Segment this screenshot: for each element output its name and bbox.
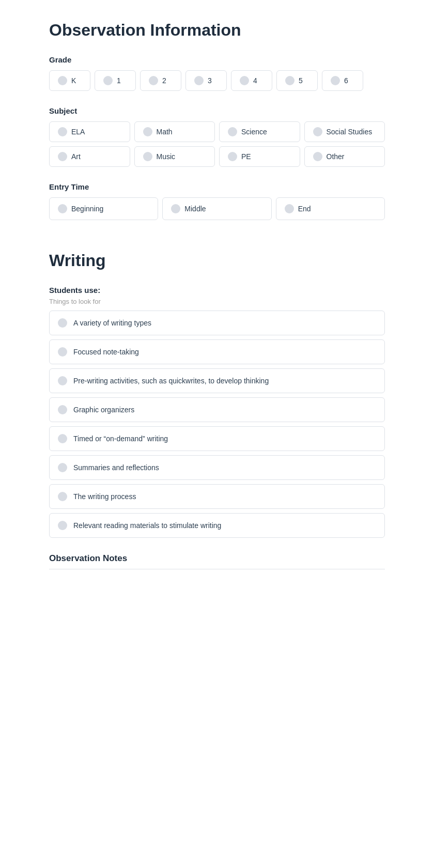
subject-option-label: Art: [71, 152, 81, 161]
subject-option-label: Science: [241, 128, 267, 136]
radio-circle: [58, 204, 67, 213]
writing-checklist: A variety of writing types Focused note-…: [49, 311, 385, 538]
radio-circle: [313, 127, 322, 136]
grade-option-k[interactable]: K: [49, 70, 90, 91]
subject-label: Subject: [49, 106, 385, 115]
radio-circle: [240, 76, 249, 85]
check-circle: [58, 405, 67, 414]
checklist-item-label: Focused note-taking: [73, 348, 139, 356]
checklist-item-label: A variety of writing types: [73, 319, 151, 327]
entry-option-label: Middle: [184, 205, 206, 213]
radio-circle: [228, 127, 237, 136]
grade-option-5[interactable]: 5: [276, 70, 318, 91]
checklist-item-5[interactable]: Summaries and reflections: [49, 455, 385, 480]
entry-option-middle[interactable]: Middle: [162, 197, 271, 220]
radio-circle: [331, 76, 340, 85]
subject-option-music[interactable]: Music: [134, 146, 215, 167]
subject-field: Subject ELA Math Science Social Studies …: [49, 106, 385, 167]
radio-circle: [58, 76, 67, 85]
entry-option-label: End: [298, 205, 311, 213]
check-circle: [58, 492, 67, 501]
things-to-look-for-label: Things to look for: [49, 298, 385, 305]
subject-option-label: Other: [327, 152, 345, 161]
checklist-item-label: The writing process: [73, 492, 136, 501]
checklist-item-0[interactable]: A variety of writing types: [49, 311, 385, 335]
subject-option-other[interactable]: Other: [304, 146, 385, 167]
observation-notes-field: Observation Notes: [49, 553, 385, 569]
subject-option-label: Social Studies: [327, 128, 373, 136]
grade-option-4[interactable]: 4: [231, 70, 272, 91]
checklist-item-7[interactable]: Relevant reading materials to stimulate …: [49, 513, 385, 538]
grade-option-label: 6: [344, 76, 348, 85]
grade-option-label: 2: [162, 76, 166, 85]
grade-option-label: 4: [253, 76, 257, 85]
radio-circle: [58, 152, 67, 161]
check-circle: [58, 347, 67, 357]
subject-option-science[interactable]: Science: [219, 121, 300, 142]
radio-circle: [194, 76, 204, 85]
radio-circle: [58, 127, 67, 136]
grade-option-6[interactable]: 6: [322, 70, 363, 91]
obs-notes-line-1: [49, 569, 385, 569]
entry-option-label: Beginning: [71, 205, 103, 213]
grade-option-label: K: [71, 76, 76, 85]
checklist-item-label: Relevant reading materials to stimulate …: [73, 521, 221, 530]
grade-option-3[interactable]: 3: [185, 70, 227, 91]
subject-option-label: PE: [241, 152, 251, 161]
check-circle: [58, 318, 67, 328]
radio-circle: [103, 76, 113, 85]
entry-time-field: Entry Time Beginning Middle End: [49, 182, 385, 220]
students-use-field: Students use: Things to look for A varie…: [49, 286, 385, 538]
subject-option-label: Math: [157, 128, 173, 136]
checklist-item-2[interactable]: Pre-writing activities, such as quickwri…: [49, 368, 385, 393]
subject-option-math[interactable]: Math: [134, 121, 215, 142]
checklist-item-label: Summaries and reflections: [73, 463, 159, 472]
writing-title: Writing: [49, 251, 385, 270]
entry-time-label: Entry Time: [49, 182, 385, 191]
entry-option-beginning[interactable]: Beginning: [49, 197, 158, 220]
subject-option-pe[interactable]: PE: [219, 146, 300, 167]
grade-option-2[interactable]: 2: [140, 70, 181, 91]
radio-circle: [143, 127, 152, 136]
subject-grid: ELA Math Science Social Studies Art Musi…: [49, 121, 385, 167]
grade-option-label: 1: [117, 76, 121, 85]
check-circle: [58, 463, 67, 472]
check-circle: [58, 434, 67, 443]
observation-notes-label: Observation Notes: [49, 553, 385, 564]
radio-circle: [149, 76, 158, 85]
subject-option-label: Music: [157, 152, 176, 161]
students-use-label: Students use:: [49, 286, 385, 295]
entry-option-end[interactable]: End: [276, 197, 385, 220]
grade-option-label: 3: [208, 76, 212, 85]
page-title: Observation Information: [49, 21, 385, 40]
radio-circle: [171, 204, 180, 213]
grade-label: Grade: [49, 55, 385, 64]
radio-circle: [143, 152, 152, 161]
radio-circle: [228, 152, 237, 161]
subject-option-ela[interactable]: ELA: [49, 121, 130, 142]
subject-option-label: ELA: [71, 128, 85, 136]
radio-circle: [285, 76, 295, 85]
grade-option-label: 5: [299, 76, 303, 85]
checklist-item-4[interactable]: Timed or “on-demand” writing: [49, 426, 385, 451]
grade-grid: K 1 2 3 4 5 6: [49, 70, 385, 91]
writing-section: Writing Students use: Things to look for…: [49, 251, 385, 569]
checklist-item-3[interactable]: Graphic organizers: [49, 397, 385, 422]
checklist-item-1[interactable]: Focused note-taking: [49, 339, 385, 364]
entry-time-grid: Beginning Middle End: [49, 197, 385, 220]
check-circle: [58, 376, 67, 385]
subject-option-art[interactable]: Art: [49, 146, 130, 167]
grade-option-1[interactable]: 1: [95, 70, 136, 91]
subject-option-social-studies[interactable]: Social Studies: [304, 121, 385, 142]
checklist-item-label: Graphic organizers: [73, 406, 134, 414]
check-circle: [58, 521, 67, 530]
radio-circle: [313, 152, 322, 161]
checklist-item-6[interactable]: The writing process: [49, 484, 385, 509]
checklist-item-label: Timed or “on-demand” writing: [73, 435, 168, 443]
radio-circle: [285, 204, 294, 213]
checklist-item-label: Pre-writing activities, such as quickwri…: [73, 377, 269, 385]
grade-field: Grade K 1 2 3 4 5 6: [49, 55, 385, 91]
